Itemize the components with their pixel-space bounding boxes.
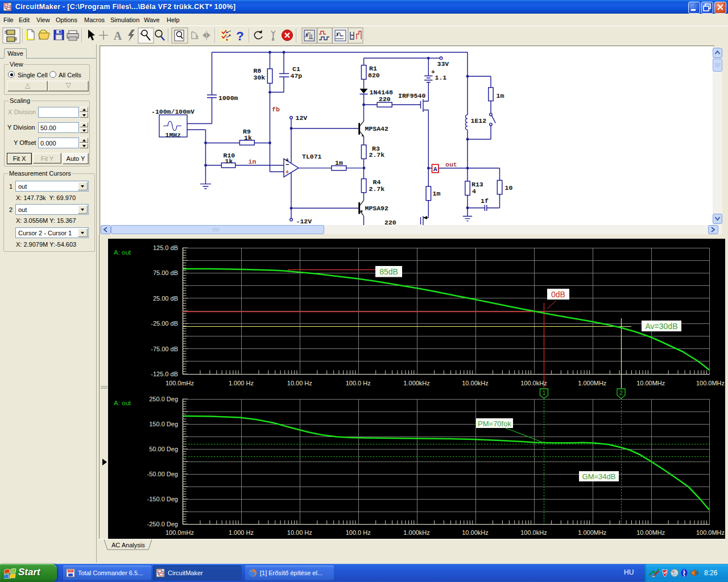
svg-text:MPSA42: MPSA42 xyxy=(365,125,389,132)
svg-text:-50.00 Deg: -50.00 Deg xyxy=(147,471,178,477)
svg-text:1.1: 1.1 xyxy=(435,74,447,81)
svg-text:+: + xyxy=(286,169,289,176)
svg-text:1: 1 xyxy=(543,390,546,396)
svg-text:1.000MHz: 1.000MHz xyxy=(578,529,606,536)
svg-text:2.7k: 2.7k xyxy=(369,185,385,193)
svg-text:1k: 1k xyxy=(225,157,233,165)
svg-text:4: 4 xyxy=(472,188,476,195)
svg-text:PM=70fok: PM=70fok xyxy=(478,419,511,428)
svg-text:MPSA92: MPSA92 xyxy=(365,205,389,212)
svg-text:1MHz: 1MHz xyxy=(166,131,181,139)
svg-text:100.0MHz: 100.0MHz xyxy=(696,529,725,536)
svg-text:10.00kHz: 10.00kHz xyxy=(462,529,488,536)
svg-text:1.000 Hz: 1.000 Hz xyxy=(229,529,254,536)
svg-text:out: out xyxy=(445,161,457,168)
svg-text:85dB: 85dB xyxy=(379,267,398,276)
svg-text:1000m: 1000m xyxy=(218,94,238,102)
svg-text:220: 220 xyxy=(384,219,396,225)
svg-text:2.7k: 2.7k xyxy=(369,151,385,159)
svg-text:100.0mHz: 100.0mHz xyxy=(166,380,194,386)
svg-text:+: + xyxy=(431,68,435,76)
svg-text:100.0mHz: 100.0mHz xyxy=(166,529,194,536)
svg-text:1m: 1m xyxy=(497,92,504,99)
svg-text:100.0 Hz: 100.0 Hz xyxy=(346,380,371,386)
svg-text:-150.0 Deg: -150.0 Deg xyxy=(147,496,178,502)
svg-text:150.0 Deg: 150.0 Deg xyxy=(149,421,178,427)
svg-text:1.000 Hz: 1.000 Hz xyxy=(229,380,254,386)
svg-text:25.00 dB: 25.00 dB xyxy=(153,295,178,302)
svg-text:1.000kHz: 1.000kHz xyxy=(403,380,429,386)
svg-text:-100m/100mV: -100m/100mV xyxy=(151,108,195,115)
svg-text:A: A xyxy=(114,30,122,42)
svg-text:10.00MHz: 10.00MHz xyxy=(636,529,665,536)
svg-text:100.0MHz: 100.0MHz xyxy=(696,380,725,386)
svg-text:1E12: 1E12 xyxy=(471,117,487,124)
svg-text:1f: 1f xyxy=(481,197,489,205)
svg-text:-25.00 dB: -25.00 dB xyxy=(151,320,178,327)
svg-text:47p: 47p xyxy=(291,72,303,80)
svg-text:-12V: -12V xyxy=(296,218,312,225)
svg-text:10.00 Hz: 10.00 Hz xyxy=(287,380,312,386)
svg-text:820: 820 xyxy=(368,72,380,79)
svg-text:30k: 30k xyxy=(254,74,266,81)
svg-text:A: A xyxy=(433,166,437,173)
svg-text:-125.0 dB: -125.0 dB xyxy=(151,371,178,377)
svg-text:100.0kHz: 100.0kHz xyxy=(520,380,547,386)
svg-text:1.000kHz: 1.000kHz xyxy=(403,529,429,536)
svg-text:10.00MHz: 10.00MHz xyxy=(636,380,665,386)
svg-text:Av=30dB: Av=30dB xyxy=(646,322,678,331)
svg-text:220: 220 xyxy=(379,95,391,103)
svg-text:?: ? xyxy=(236,29,243,43)
svg-text:100.0 Hz: 100.0 Hz xyxy=(346,529,371,536)
svg-text:10: 10 xyxy=(505,184,513,192)
svg-text:75.00 dB: 75.00 dB xyxy=(153,269,178,276)
svg-text:TL071: TL071 xyxy=(302,153,322,160)
svg-text:100.0kHz: 100.0kHz xyxy=(520,529,547,536)
svg-text:12V: 12V xyxy=(296,114,308,122)
svg-text:10.00kHz: 10.00kHz xyxy=(462,380,488,386)
svg-text:0dB: 0dB xyxy=(551,290,565,299)
svg-text:GM=34dB: GM=34dB xyxy=(582,472,616,481)
svg-text:2: 2 xyxy=(619,390,623,396)
svg-text:+: + xyxy=(286,157,289,164)
svg-text:1k: 1k xyxy=(244,134,252,142)
svg-text:1.000MHz: 1.000MHz xyxy=(578,380,606,386)
svg-text:125.0 dB: 125.0 dB xyxy=(153,244,178,251)
svg-text:-250.0 Deg: -250.0 Deg xyxy=(147,521,178,527)
svg-text:A: out: A: out xyxy=(114,400,131,406)
svg-text:10.00 Hz: 10.00 Hz xyxy=(287,529,312,536)
svg-text:AC Analysis: AC Analysis xyxy=(111,542,145,548)
svg-text:IRF9540: IRF9540 xyxy=(398,92,425,99)
svg-text:33V: 33V xyxy=(437,60,449,68)
svg-text:50.00 Deg: 50.00 Deg xyxy=(149,446,178,452)
svg-text:A: out: A: out xyxy=(114,249,131,256)
svg-text:250.0 Deg: 250.0 Deg xyxy=(149,396,178,402)
svg-text:1m: 1m xyxy=(335,159,343,167)
svg-text:in: in xyxy=(249,158,257,165)
svg-text:fb: fb xyxy=(272,106,280,113)
svg-text:1m: 1m xyxy=(433,190,441,197)
svg-text:-75.00 dB: -75.00 dB xyxy=(151,346,178,352)
